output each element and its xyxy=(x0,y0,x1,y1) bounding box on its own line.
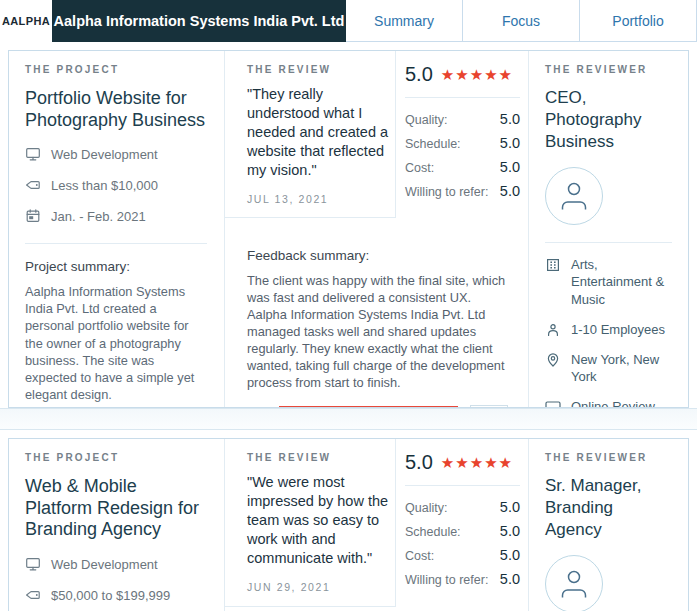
timeline-line: Jan. - Feb. 2021 xyxy=(25,209,207,224)
star-rating-icons: ★★★★★ xyxy=(441,66,513,84)
quality-value: 5.0 xyxy=(500,499,520,515)
project-eyebrow: THE PROJECT xyxy=(25,64,207,75)
price-tag-icon xyxy=(25,177,41,193)
person-icon xyxy=(545,322,561,338)
willing-to-refer-label: Willing to refer: xyxy=(405,185,488,199)
budget-line: $50,000 to $199,999 xyxy=(25,588,207,603)
divider xyxy=(405,97,520,98)
schedule-value: 5.0 xyxy=(500,135,520,151)
reviewer-eyebrow: THE REVIEWER xyxy=(545,64,672,75)
review-eyebrow: THE REVIEW xyxy=(247,452,389,463)
person-avatar-icon xyxy=(552,174,596,218)
tab-bar: Summary Focus Portfolio xyxy=(346,0,697,42)
quote-cell: THE REVIEW "They really understood what … xyxy=(225,51,396,218)
tab-summary[interactable]: Summary xyxy=(346,0,463,41)
location-label: New York, New York xyxy=(571,351,672,385)
card-separator xyxy=(0,408,697,430)
review-date: JUN 29, 2021 xyxy=(247,581,389,593)
employees-label: 1-10 Employees xyxy=(571,321,665,338)
service-line: Web Development xyxy=(25,557,207,572)
willing-to-refer-label: Willing to refer: xyxy=(405,573,488,587)
quality-value: 5.0 xyxy=(500,111,520,127)
service-label: Web Development xyxy=(51,557,158,572)
service-label: Web Development xyxy=(51,147,158,162)
review-eyebrow: THE REVIEW xyxy=(247,64,389,75)
review-type-line: Online Review ? xyxy=(545,398,672,408)
feedback-summary-label: Feedback summary: xyxy=(247,248,508,263)
project-summary-text: Aalpha Information Systems India Pvt. Lt… xyxy=(25,283,207,403)
rating-cell: 5.0 ★★★★★ Quality:5.0 Schedule:5.0 Cost:… xyxy=(396,51,528,218)
cost-label: Cost: xyxy=(405,549,434,563)
quality-label: Quality: xyxy=(405,501,447,515)
divider xyxy=(25,243,207,244)
map-pin-icon xyxy=(545,352,561,368)
company-name: Aalpha Information Systems India Pvt. Lt… xyxy=(54,13,345,29)
schedule-label: Schedule: xyxy=(405,525,461,539)
rating-cell: 5.0 ★★★★★ Quality:5.0 Schedule:5.0 Cost:… xyxy=(396,439,528,607)
project-column: THE PROJECT Web & Mobile Platform Redesi… xyxy=(9,439,225,611)
person-avatar-icon xyxy=(552,562,596,606)
review-card-2: THE PROJECT Web & Mobile Platform Redesi… xyxy=(8,438,689,611)
review-column: THE REVIEW "They really understood what … xyxy=(225,51,529,408)
quality-label: Quality: xyxy=(405,113,447,127)
review-quote: "They really understood what I needed an… xyxy=(247,85,389,180)
price-tag-icon xyxy=(25,587,41,603)
reviewer-eyebrow: THE REVIEWER xyxy=(545,452,672,463)
overall-rating: 5.0 xyxy=(405,63,433,86)
reviewer-title: Sr. Manager, Branding Agency xyxy=(545,475,672,541)
aalpha-logo: AALPHA xyxy=(0,0,52,42)
divider xyxy=(405,485,520,486)
review-column: THE REVIEW "We were most impressed by ho… xyxy=(225,439,529,611)
review-quote: "We were most impressed by how the team … xyxy=(247,473,389,568)
willing-to-refer-value: 5.0 xyxy=(500,571,520,587)
feedback-summary-text: The client was happy with the final site… xyxy=(247,272,508,391)
willing-to-refer-value: 5.0 xyxy=(500,183,520,199)
avatar xyxy=(545,555,603,611)
review-card-1: THE PROJECT Portfolio Website for Photog… xyxy=(8,50,689,408)
budget-label: $50,000 to $199,999 xyxy=(51,588,170,603)
feedback-section: Feedback summary: The client was happy w… xyxy=(225,218,528,408)
divider xyxy=(545,242,672,243)
calendar-icon xyxy=(25,208,41,224)
cost-value: 5.0 xyxy=(500,547,520,563)
timeline-label: Jan. - Feb. 2021 xyxy=(51,209,146,224)
review-type-label: Online Review xyxy=(571,398,655,408)
project-column: THE PROJECT Portfolio Website for Photog… xyxy=(9,51,225,408)
employees-line: 1-10 Employees xyxy=(545,321,672,338)
schedule-value: 5.0 xyxy=(500,523,520,539)
screen-icon xyxy=(25,556,41,572)
reviewer-column: THE REVIEWER CEO, Photography Business A… xyxy=(529,51,688,408)
company-name-bar: Aalpha Information Systems India Pvt. Lt… xyxy=(52,0,346,42)
avatar xyxy=(545,167,603,225)
industry-label: Arts, Entertainment & Music xyxy=(571,256,672,307)
project-title: Portfolio Website for Photography Busine… xyxy=(25,88,207,131)
chat-bubble-icon xyxy=(545,399,561,408)
service-line: Web Development xyxy=(25,147,207,162)
location-line: New York, New York xyxy=(545,351,672,385)
budget-label: Less than $10,000 xyxy=(51,178,158,193)
building-icon xyxy=(545,257,561,273)
cost-value: 5.0 xyxy=(500,159,520,175)
industry-line: Arts, Entertainment & Music xyxy=(545,256,672,307)
tab-portfolio[interactable]: Portfolio xyxy=(580,0,697,41)
star-rating-icons: ★★★★★ xyxy=(441,454,513,472)
schedule-label: Schedule: xyxy=(405,137,461,151)
budget-line: Less than $10,000 xyxy=(25,178,207,193)
screen-icon xyxy=(25,146,41,162)
reviewer-title: CEO, Photography Business xyxy=(545,87,672,153)
overall-rating: 5.0 xyxy=(405,451,433,474)
header: AALPHA Aalpha Information Systems India … xyxy=(0,0,697,42)
project-eyebrow: THE PROJECT xyxy=(25,452,207,463)
review-date: JUL 13, 2021 xyxy=(247,193,389,205)
reviewer-column: THE REVIEWER Sr. Manager, Branding Agenc… xyxy=(529,439,688,611)
quote-cell: THE REVIEW "We were most impressed by ho… xyxy=(225,439,396,607)
tab-focus[interactable]: Focus xyxy=(463,0,580,41)
project-summary-label: Project summary: xyxy=(25,259,207,274)
project-title: Web & Mobile Platform Redesign for Brand… xyxy=(25,476,207,541)
cost-label: Cost: xyxy=(405,161,434,175)
